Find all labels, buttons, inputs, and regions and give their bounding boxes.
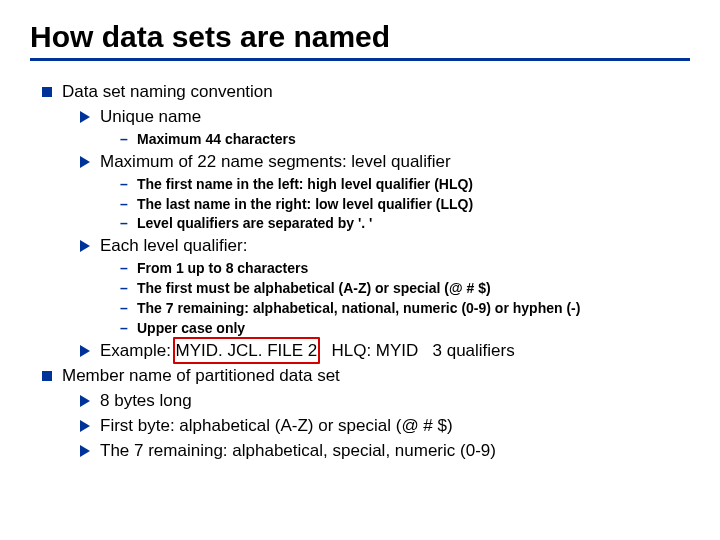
bullet-text: The last name in the right: low level qu… — [137, 195, 473, 214]
bullet-text: Upper case only — [137, 319, 245, 338]
page-title: How data sets are named — [30, 20, 690, 54]
bullet-max-22-segments: Maximum of 22 name segments: level quali… — [80, 151, 690, 174]
triangle-bullet-icon — [80, 445, 90, 457]
bullet-text: The 7 remaining: alphabetical, national,… — [137, 299, 580, 318]
bullet-text: From 1 up to 8 characters — [137, 259, 308, 278]
bullet-text: Maximum of 22 name segments: level quali… — [100, 151, 451, 174]
bullet-first-byte: First byte: alphabetical (A-Z) or specia… — [80, 415, 690, 438]
bullet-8-bytes: 8 bytes long — [80, 390, 690, 413]
bullet-example: Example: MYID. JCL. FILE 2 HLQ: MYID 3 q… — [80, 340, 690, 363]
bullet-uppercase: – Upper case only — [120, 319, 690, 338]
triangle-bullet-icon — [80, 156, 90, 168]
bullet-member-remaining: The 7 remaining: alphabetical, special, … — [80, 440, 690, 463]
bullet-text: First byte: alphabetical (A-Z) or specia… — [100, 415, 453, 438]
bullet-text: Data set naming convention — [62, 81, 273, 104]
dash-bullet-icon: – — [120, 196, 129, 213]
bullet-separator: – Level qualifiers are separated by '. ' — [120, 214, 690, 233]
bullet-text: Level qualifiers are separated by '. ' — [137, 214, 372, 233]
square-bullet-icon — [42, 371, 52, 381]
bullet-llq: – The last name in the right: low level … — [120, 195, 690, 214]
dash-bullet-icon: – — [120, 260, 129, 277]
bullet-1-to-8: – From 1 up to 8 characters — [120, 259, 690, 278]
triangle-bullet-icon — [80, 345, 90, 357]
dash-bullet-icon: – — [120, 215, 129, 232]
bullet-member-name: Member name of partitioned data set — [42, 365, 690, 388]
triangle-bullet-icon — [80, 111, 90, 123]
bullet-max-44: – Maximum 44 characters — [120, 130, 690, 149]
dash-bullet-icon: – — [120, 176, 129, 193]
bullet-text: 8 bytes long — [100, 390, 192, 413]
bullet-text: The 7 remaining: alphabetical, special, … — [100, 440, 496, 463]
bullet-text: Each level qualifier: — [100, 235, 247, 258]
square-bullet-icon — [42, 87, 52, 97]
bullet-text: The first name in the left: high level q… — [137, 175, 473, 194]
dash-bullet-icon: – — [120, 280, 129, 297]
slide: How data sets are named Data set naming … — [0, 0, 720, 483]
bullet-text: Maximum 44 characters — [137, 130, 296, 149]
bullet-text: Example: MYID. JCL. FILE 2 HLQ: MYID 3 q… — [100, 340, 515, 363]
bullet-text: The first must be alphabetical (A-Z) or … — [137, 279, 491, 298]
bullet-text: Member name of partitioned data set — [62, 365, 340, 388]
triangle-bullet-icon — [80, 395, 90, 407]
dash-bullet-icon: – — [120, 131, 129, 148]
bullet-remaining-7: – The 7 remaining: alphabetical, nationa… — [120, 299, 690, 318]
dash-bullet-icon: – — [120, 300, 129, 317]
triangle-bullet-icon — [80, 240, 90, 252]
bullet-unique-name: Unique name — [80, 106, 690, 129]
bullet-text: Unique name — [100, 106, 201, 129]
content: Data set naming convention Unique name –… — [30, 81, 690, 463]
bullet-hlq: – The first name in the left: high level… — [120, 175, 690, 194]
triangle-bullet-icon — [80, 420, 90, 432]
bullet-first-char: – The first must be alphabetical (A-Z) o… — [120, 279, 690, 298]
title-underline — [30, 58, 690, 61]
bullet-data-set-naming: Data set naming convention — [42, 81, 690, 104]
bullet-each-qualifier: Each level qualifier: — [80, 235, 690, 258]
dash-bullet-icon: – — [120, 320, 129, 337]
